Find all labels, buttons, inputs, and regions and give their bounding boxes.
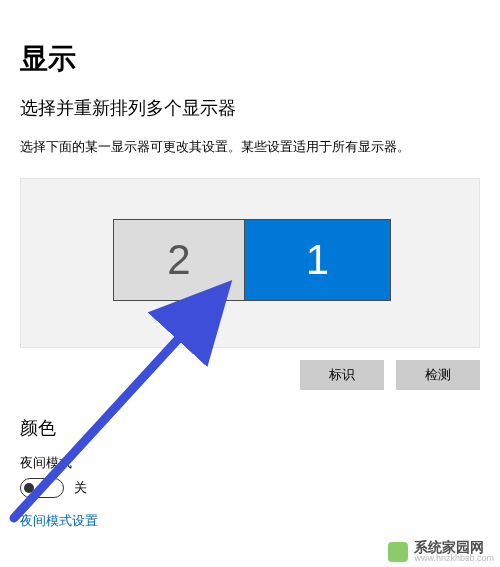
monitor-2-label: 2 [167, 236, 190, 284]
color-section-header: 颜色 [20, 416, 480, 440]
night-light-settings-link[interactable]: 夜间模式设置 [20, 512, 480, 530]
watermark-text-en: www.hnzkhbsb.com [414, 554, 494, 563]
monitor-2[interactable]: 2 [113, 219, 245, 301]
night-light-toggle[interactable] [20, 478, 64, 498]
watermark-logo-icon [388, 542, 408, 562]
watermark: 系统家园网 www.hnzkhbsb.com [388, 540, 494, 563]
section-arrange-description: 选择下面的某一显示器可更改其设置。某些设置适用于所有显示器。 [20, 138, 480, 156]
toggle-knob-icon [24, 483, 34, 493]
monitor-1[interactable]: 1 [245, 219, 391, 301]
night-light-label: 夜间模式 [20, 454, 480, 472]
page-title: 显示 [20, 40, 480, 78]
display-arrangement-area[interactable]: 2 1 [20, 178, 480, 348]
identify-button[interactable]: 标识 [300, 360, 384, 390]
watermark-text-cn: 系统家园网 [414, 540, 494, 554]
detect-button[interactable]: 检测 [396, 360, 480, 390]
monitor-1-label: 1 [306, 236, 329, 284]
section-arrange-title: 选择并重新排列多个显示器 [20, 96, 480, 120]
night-light-toggle-state: 关 [74, 479, 87, 497]
